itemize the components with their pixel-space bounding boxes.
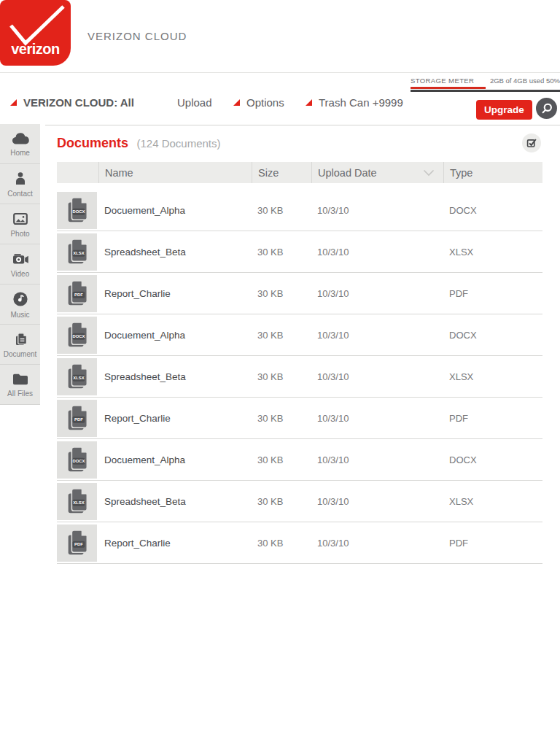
column-header-type[interactable]: Type [443, 162, 542, 183]
file-icon-cell[interactable]: DOCX [57, 192, 97, 229]
file-name: Report_Charlie [98, 538, 252, 549]
svg-text:XLSX: XLSX [73, 251, 84, 255]
sidebar-item-document[interactable]: Document [0, 325, 40, 365]
storage-usage-text: 2GB of 4GB used 50% [490, 77, 560, 85]
file-icon-cell[interactable]: XLSX [57, 483, 97, 520]
file-icon-cell[interactable]: DOCX [57, 441, 97, 479]
file-name: Docuement_Alpha [98, 205, 252, 216]
table-row[interactable]: XLSX Spreadsheet_Beta 30 KB 10/3/10 XLSX [57, 231, 542, 273]
file-type: PDF [443, 288, 542, 299]
column-label: Upload Date [318, 167, 377, 179]
nav-upload[interactable]: Upload [177, 96, 212, 109]
svg-text:DOCX: DOCX [72, 209, 85, 214]
file-icon-cell[interactable]: XLSX [57, 358, 97, 395]
file-upload-date: 10/3/10 [311, 538, 443, 549]
file-document-icon: DOCX [63, 320, 91, 350]
sidebar-item-photo[interactable]: Photo [0, 204, 40, 244]
storage-used-bar [411, 87, 486, 89]
sidebar-item-label: Contact [7, 190, 32, 198]
file-icon-cell[interactable]: PDF [57, 525, 97, 562]
table-row[interactable]: PDF Report_Charlie 30 KB 10/3/10 PDF [57, 398, 542, 439]
file-document-icon: XLSX [63, 361, 91, 392]
file-name: Docuement_Alpha [98, 454, 252, 465]
sidebar-item-home[interactable]: Home [0, 124, 40, 164]
nav-trash-can[interactable]: Trash Can +9999 [306, 96, 403, 109]
file-upload-date: 10/3/10 [311, 454, 443, 465]
verizon-logo[interactable]: verizon [0, 0, 71, 66]
file-document-icon: XLSX [63, 236, 91, 267]
file-document-icon: DOCX [63, 195, 91, 225]
storage-meter: STORAGE METER 2GB of 4GB used 50% [411, 77, 560, 92]
file-icon-cell[interactable]: XLSX [57, 233, 97, 271]
documents-panel: Documents (124 Documents) Name Size Uplo… [57, 136, 542, 564]
app-title: VERIZON CLOUD [88, 30, 187, 42]
column-header-size[interactable]: Size [252, 162, 311, 183]
search-button[interactable] [536, 98, 557, 119]
nav-options[interactable]: Options [233, 96, 284, 109]
sidebar-item-music[interactable]: Music [0, 285, 40, 325]
nav-label: VERIZON CLOUD: All [23, 96, 134, 109]
folder-icon [11, 371, 30, 387]
sidebar-item-video[interactable]: Video [0, 244, 40, 285]
svg-text:PDF: PDF [74, 542, 83, 546]
select-all-button[interactable] [522, 133, 541, 152]
magnifier-icon [539, 101, 555, 117]
svg-text:PDF: PDF [74, 417, 83, 422]
storage-meter-label: STORAGE METER [411, 77, 474, 85]
file-document-icon: PDF [63, 278, 91, 309]
table-header: Name Size Upload Date Type [57, 162, 542, 183]
column-label: Size [258, 167, 279, 179]
sidebar-item-all-files[interactable]: All Files [0, 365, 40, 405]
table-row[interactable]: XLSX Spreadsheet_Beta 30 KB 10/3/10 XLSX [57, 481, 542, 522]
table-row[interactable]: PDF Report_Charlie 30 KB 10/3/10 PDF [57, 522, 542, 564]
column-header-upload-date[interactable]: Upload Date [311, 162, 443, 183]
sidebar-item-contact[interactable]: Contact [0, 164, 40, 204]
nav-label: Upload [177, 96, 212, 109]
file-type: DOCX [443, 330, 542, 341]
table-row[interactable]: PDF Report_Charlie 30 KB 10/3/10 PDF [57, 273, 542, 314]
page-title: Documents [57, 136, 128, 150]
svg-text:DOCX: DOCX [72, 334, 85, 338]
file-size: 30 KB [252, 538, 311, 549]
file-document-icon: DOCX [63, 444, 91, 475]
nav-verizon-cloud-all[interactable]: VERIZON CLOUD: All [10, 96, 134, 109]
table-row[interactable]: DOCX Docuement_Alpha 30 KB 10/3/10 DOCX [57, 439, 542, 481]
column-label: Name [105, 167, 133, 179]
sidebar: Home Contact Photo Video Musi [0, 124, 40, 405]
file-upload-date: 10/3/10 [311, 496, 443, 507]
file-type: XLSX [443, 247, 542, 258]
file-document-icon: PDF [63, 403, 91, 433]
file-name: Spreadsheet_Beta [98, 496, 252, 507]
file-icon-cell[interactable]: DOCX [57, 317, 97, 354]
file-icon-cell[interactable]: PDF [57, 400, 97, 437]
column-header-name[interactable]: Name [98, 162, 252, 183]
file-document-icon: PDF [63, 527, 91, 558]
table-row[interactable]: XLSX Spreadsheet_Beta 30 KB 10/3/10 XLSX [57, 356, 542, 398]
file-document-icon: XLSX [63, 486, 91, 516]
file-type: PDF [443, 538, 542, 549]
file-upload-date: 10/3/10 [311, 288, 443, 299]
content-top-divider [45, 125, 560, 125]
nav-label: Trash Can +9999 [319, 96, 403, 109]
table-row[interactable]: DOCX Docuement_Alpha 30 KB 10/3/10 DOCX [57, 190, 542, 231]
nav-label: Options [246, 96, 284, 109]
red-triangle-icon [10, 99, 17, 106]
file-name: Docuement_Alpha [98, 330, 252, 341]
header-divider [0, 72, 560, 73]
table-row[interactable]: DOCX Docuement_Alpha 30 KB 10/3/10 DOCX [57, 314, 542, 356]
file-size: 30 KB [252, 205, 311, 216]
file-icon-cell[interactable]: PDF [57, 275, 97, 312]
file-upload-date: 10/3/10 [311, 247, 443, 258]
sidebar-item-label: Document [4, 350, 37, 358]
file-upload-date: 10/3/10 [311, 413, 443, 424]
file-size: 30 KB [252, 247, 311, 258]
file-name: Report_Charlie [98, 413, 252, 424]
file-name: Spreadsheet_Beta [98, 371, 252, 382]
svg-text:XLSX: XLSX [73, 376, 84, 380]
file-table-body: DOCX Docuement_Alpha 30 KB 10/3/10 DOCX … [57, 190, 542, 564]
upgrade-button[interactable]: Upgrade [476, 100, 532, 120]
file-size: 30 KB [252, 496, 311, 507]
chevron-down-icon[interactable] [423, 169, 435, 177]
file-upload-date: 10/3/10 [311, 371, 443, 382]
main-navbar: VERIZON CLOUD: All Upload Options Trash … [0, 95, 560, 120]
